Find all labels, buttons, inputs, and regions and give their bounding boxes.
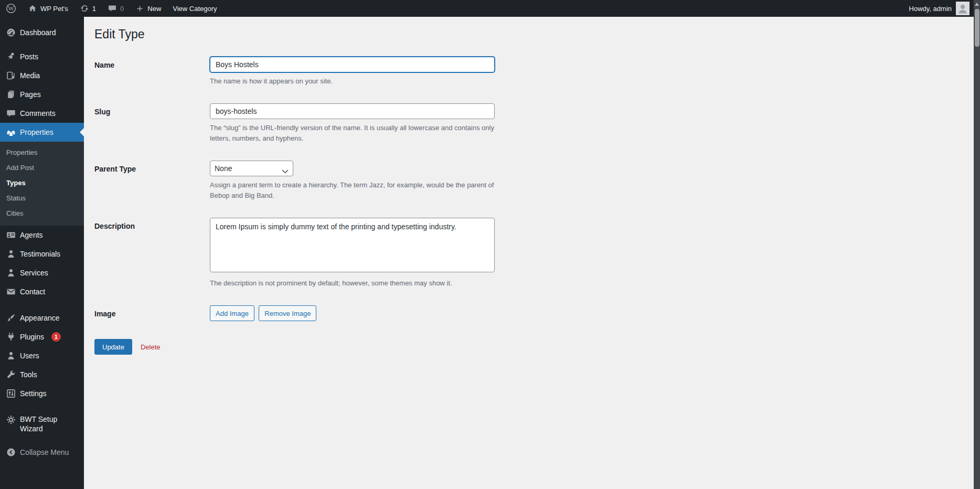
menu-separator xyxy=(0,42,84,47)
main-content: Edit Type Name The name is how it appear… xyxy=(84,17,980,489)
sidebar-item-label: Plugins xyxy=(20,332,44,342)
sidebar-item-properties[interactable]: Properties xyxy=(0,123,84,142)
sidebar-item-label: Appearance xyxy=(20,313,60,323)
envelope-icon xyxy=(6,286,16,297)
submenu-item-properties[interactable]: Properties xyxy=(0,145,84,161)
admin-bar: W WP Pet's 1 0 New Vi xyxy=(0,0,980,17)
submenu-item-cities[interactable]: Cities xyxy=(0,206,84,221)
sidebar-item-services[interactable]: Services xyxy=(0,263,84,282)
sidebar-item-label: Posts xyxy=(20,52,38,61)
slug-field-row: Slug The “slug” is the URL-friendly vers… xyxy=(94,103,959,144)
admin-menu: Dashboard Posts Media Pages Comments xyxy=(0,17,84,489)
comments-indicator[interactable]: 0 xyxy=(102,0,130,17)
sidebar-item-pages[interactable]: Pages xyxy=(0,85,84,104)
wordpress-logo-icon: W xyxy=(6,3,16,14)
paintbrush-icon xyxy=(6,313,16,323)
parent-help-text: Assign a parent term to create a hierarc… xyxy=(210,180,496,201)
houses-icon xyxy=(6,127,16,137)
plugins-update-badge: 1 xyxy=(51,332,61,342)
home-icon xyxy=(28,4,37,13)
sidebar-item-testimonials[interactable]: Testimonials xyxy=(0,244,84,263)
sidebar-item-label: Agents xyxy=(20,230,43,240)
comment-icon xyxy=(6,108,16,119)
submenu-item-types[interactable]: Types xyxy=(0,176,84,191)
sidebar-item-label: Tools xyxy=(20,370,37,379)
admin-bar-left: W WP Pet's 1 0 New Vi xyxy=(0,0,223,17)
sidebar-item-bwt-setup-wizard[interactable]: BWT Setup Wizard xyxy=(0,410,79,438)
submit-row: Update Delete xyxy=(94,339,959,355)
wordpress-logo-button[interactable]: W xyxy=(0,0,22,17)
collapse-arrow-icon xyxy=(6,447,16,458)
comment-bubble-icon xyxy=(108,4,117,13)
id-card-icon xyxy=(6,230,16,240)
new-label: New xyxy=(147,5,161,13)
page-title: Edit Type xyxy=(94,22,959,44)
submenu-item-status[interactable]: Status xyxy=(0,191,84,206)
site-name-menu[interactable]: WP Pet's xyxy=(22,0,74,17)
sidebar-item-tools[interactable]: Tools xyxy=(0,365,84,384)
person-icon xyxy=(6,350,16,361)
sidebar-item-label: Users xyxy=(20,351,39,360)
menu-separator xyxy=(0,301,84,309)
sidebar-item-users[interactable]: Users xyxy=(0,346,84,365)
avatar xyxy=(956,2,970,15)
add-image-button[interactable]: Add Image xyxy=(210,305,254,321)
delete-link[interactable]: Delete xyxy=(141,343,161,351)
sidebar-item-label: Media xyxy=(20,71,40,80)
slug-input[interactable] xyxy=(210,103,495,119)
image-label: Image xyxy=(94,305,210,321)
parent-field-row: Parent Type None Assign a parent term to… xyxy=(94,161,959,201)
gear-icon xyxy=(6,414,16,425)
media-icon xyxy=(6,70,16,81)
dashboard-icon xyxy=(6,27,16,38)
new-content-button[interactable]: New xyxy=(130,0,167,17)
sliders-icon xyxy=(6,388,16,399)
parent-type-select[interactable]: None xyxy=(210,161,293,176)
name-field-row: Name The name is how it appears on your … xyxy=(94,57,959,87)
submenu-item-add-post[interactable]: Add Post xyxy=(0,161,84,176)
sidebar-item-posts[interactable]: Posts xyxy=(0,47,84,66)
menu-separator xyxy=(0,403,84,410)
plus-icon xyxy=(135,4,144,13)
my-account-menu[interactable]: Howdy, admin xyxy=(909,0,970,17)
window-scrollbar[interactable] xyxy=(974,0,980,489)
sidebar-item-dashboard[interactable]: Dashboard xyxy=(0,23,84,42)
plug-icon xyxy=(6,332,16,342)
sidebar-item-label: Contact xyxy=(20,287,45,296)
name-input[interactable] xyxy=(210,57,495,72)
sidebar-item-label: Settings xyxy=(20,389,47,398)
sidebar-item-comments[interactable]: Comments xyxy=(0,104,84,123)
parent-label: Parent Type xyxy=(94,161,210,201)
sidebar-item-agents[interactable]: Agents xyxy=(0,226,84,244)
slug-help-text: The “slug” is the URL-friendly version o… xyxy=(210,123,496,144)
sidebar-item-settings[interactable]: Settings xyxy=(0,384,84,403)
view-category-link[interactable]: View Category xyxy=(167,0,222,17)
remove-image-button[interactable]: Remove Image xyxy=(259,305,316,321)
site-name: WP Pet's xyxy=(40,5,68,13)
sidebar-item-label: Properties xyxy=(20,127,54,137)
description-field-row: Description Lorem Ipsum is simply dummy … xyxy=(94,218,959,289)
sidebar-item-plugins[interactable]: Plugins 1 xyxy=(0,327,84,346)
sidebar-item-appearance[interactable]: Appearance xyxy=(0,309,84,327)
description-label: Description xyxy=(94,218,210,289)
properties-submenu: Properties Add Post Types Status Cities xyxy=(0,142,84,226)
slug-label: Slug xyxy=(94,103,210,144)
updates-indicator[interactable]: 1 xyxy=(74,0,102,17)
sidebar-item-label: Pages xyxy=(20,90,41,99)
scrollbar-up-arrow[interactable] xyxy=(975,3,979,6)
howdy-text: Howdy, admin xyxy=(909,5,952,13)
person-icon xyxy=(6,268,16,278)
description-textarea[interactable]: Lorem Ipsum is simply dummy text of the … xyxy=(210,218,495,272)
image-field-row: Image Add Image Remove Image xyxy=(94,305,959,321)
sidebar-item-media[interactable]: Media xyxy=(0,66,84,85)
update-button[interactable]: Update xyxy=(94,339,132,355)
name-label: Name xyxy=(94,57,210,87)
scrollbar-thumb[interactable] xyxy=(975,9,979,47)
update-count: 1 xyxy=(92,5,96,13)
person-icon xyxy=(6,249,16,259)
edit-term-form: Name The name is how it appears on your … xyxy=(94,57,959,355)
pushpin-icon xyxy=(6,51,16,62)
sidebar-item-label: Testimonials xyxy=(20,249,60,259)
sidebar-item-contact[interactable]: Contact xyxy=(0,282,84,301)
collapse-menu-button[interactable]: Collapse Menu xyxy=(0,443,84,462)
